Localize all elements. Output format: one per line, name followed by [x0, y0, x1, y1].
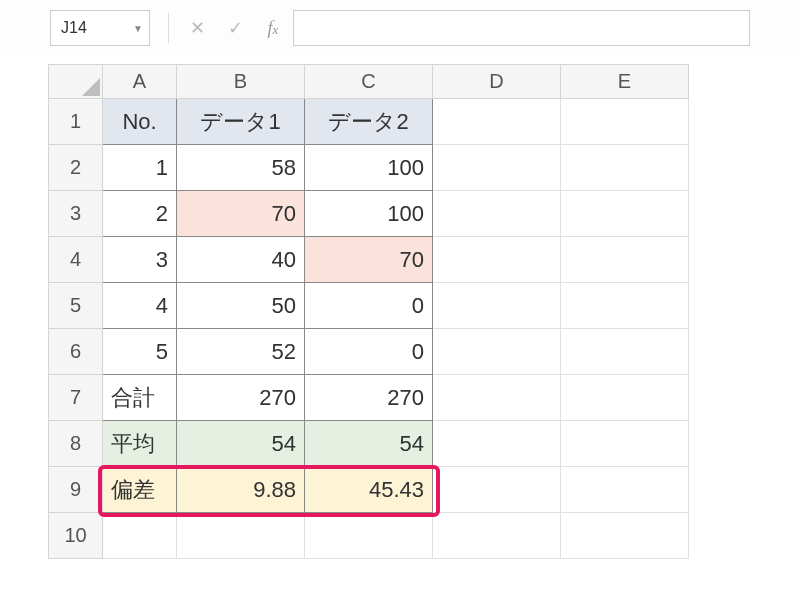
- cell[interactable]: [561, 467, 689, 513]
- cell[interactable]: [433, 145, 561, 191]
- formula-input[interactable]: [293, 10, 750, 46]
- enter-icon[interactable]: ✓: [225, 17, 245, 39]
- row-header[interactable]: 5: [49, 283, 103, 329]
- cell[interactable]: 偏差: [103, 467, 177, 513]
- cell[interactable]: [433, 329, 561, 375]
- cell[interactable]: [433, 191, 561, 237]
- row-header[interactable]: 1: [49, 99, 103, 145]
- cell[interactable]: [561, 375, 689, 421]
- table-row: 3 2 70 100: [49, 191, 689, 237]
- cell[interactable]: 45.43: [305, 467, 433, 513]
- cell[interactable]: 54: [305, 421, 433, 467]
- cell[interactable]: 3: [103, 237, 177, 283]
- cell[interactable]: [433, 237, 561, 283]
- cell[interactable]: [433, 421, 561, 467]
- col-header-b[interactable]: B: [177, 65, 305, 99]
- table-row: 2 1 58 100: [49, 145, 689, 191]
- cell[interactable]: [103, 513, 177, 559]
- cell[interactable]: [433, 467, 561, 513]
- row-header[interactable]: 10: [49, 513, 103, 559]
- chevron-down-icon[interactable]: ▼: [133, 23, 143, 34]
- cell[interactable]: [561, 421, 689, 467]
- table-row: 5 4 50 0: [49, 283, 689, 329]
- cell[interactable]: [561, 99, 689, 145]
- cell[interactable]: 70: [305, 237, 433, 283]
- cell[interactable]: [433, 283, 561, 329]
- table-row: 7 合計 270 270: [49, 375, 689, 421]
- row-header[interactable]: 7: [49, 375, 103, 421]
- cell[interactable]: [561, 145, 689, 191]
- cell[interactable]: [561, 191, 689, 237]
- cell[interactable]: 0: [305, 329, 433, 375]
- cell[interactable]: 4: [103, 283, 177, 329]
- col-header-c[interactable]: C: [305, 65, 433, 99]
- fx-icon[interactable]: fx: [263, 18, 283, 39]
- cell[interactable]: 50: [177, 283, 305, 329]
- cell[interactable]: 54: [177, 421, 305, 467]
- row-header[interactable]: 3: [49, 191, 103, 237]
- divider: [168, 13, 169, 43]
- cell[interactable]: [433, 513, 561, 559]
- cancel-icon[interactable]: ✕: [187, 17, 207, 39]
- col-header-d[interactable]: D: [433, 65, 561, 99]
- cell[interactable]: [561, 329, 689, 375]
- cell[interactable]: [177, 513, 305, 559]
- cell[interactable]: 平均: [103, 421, 177, 467]
- name-box[interactable]: J14 ▼: [50, 10, 150, 46]
- row-header[interactable]: 2: [49, 145, 103, 191]
- cell[interactable]: 40: [177, 237, 305, 283]
- cell[interactable]: [561, 513, 689, 559]
- row-header[interactable]: 4: [49, 237, 103, 283]
- cell[interactable]: [433, 99, 561, 145]
- table-row: 1 No. データ1 データ2: [49, 99, 689, 145]
- cell[interactable]: 70: [177, 191, 305, 237]
- table-row: 6 5 52 0: [49, 329, 689, 375]
- cell[interactable]: 合計: [103, 375, 177, 421]
- row-header[interactable]: 6: [49, 329, 103, 375]
- cell[interactable]: 5: [103, 329, 177, 375]
- cell[interactable]: 9.88: [177, 467, 305, 513]
- col-header-e[interactable]: E: [561, 65, 689, 99]
- cell[interactable]: データ2: [305, 99, 433, 145]
- cell[interactable]: 1: [103, 145, 177, 191]
- name-box-value: J14: [61, 19, 87, 37]
- cell[interactable]: 100: [305, 145, 433, 191]
- cell[interactable]: 2: [103, 191, 177, 237]
- spreadsheet: A B C D E 1 No. データ1 データ2 2 1 58 100 3 2…: [48, 64, 800, 559]
- formula-bar-icons: ✕ ✓ fx: [187, 17, 283, 39]
- select-all-corner[interactable]: [49, 65, 103, 99]
- cell[interactable]: 100: [305, 191, 433, 237]
- row-header[interactable]: 8: [49, 421, 103, 467]
- cell[interactable]: [305, 513, 433, 559]
- table-row: 10: [49, 513, 689, 559]
- col-header-a[interactable]: A: [103, 65, 177, 99]
- cell[interactable]: 270: [305, 375, 433, 421]
- cell[interactable]: 52: [177, 329, 305, 375]
- cell[interactable]: 270: [177, 375, 305, 421]
- formula-bar: J14 ▼ ✕ ✓ fx: [0, 0, 800, 56]
- grid[interactable]: A B C D E 1 No. データ1 データ2 2 1 58 100 3 2…: [48, 64, 689, 559]
- table-row: 4 3 40 70: [49, 237, 689, 283]
- cell[interactable]: No.: [103, 99, 177, 145]
- cell[interactable]: [561, 283, 689, 329]
- cell[interactable]: データ1: [177, 99, 305, 145]
- table-row: 9 偏差 9.88 45.43: [49, 467, 689, 513]
- cell[interactable]: [561, 237, 689, 283]
- cell[interactable]: [433, 375, 561, 421]
- cell[interactable]: 58: [177, 145, 305, 191]
- row-header[interactable]: 9: [49, 467, 103, 513]
- cell[interactable]: 0: [305, 283, 433, 329]
- table-row: 8 平均 54 54: [49, 421, 689, 467]
